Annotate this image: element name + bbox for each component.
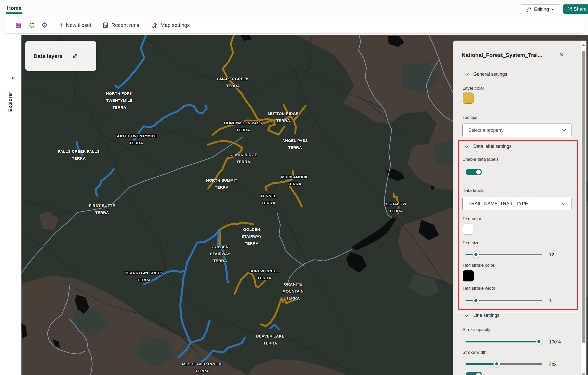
app-window: SMARTY CREEK TERRANORTH FORK TWENTYMILE … (0, 0, 588, 375)
slider-fill (466, 341, 540, 342)
data-label-settings-label: Data label settings (473, 144, 512, 149)
enable-data-labels-label: Enable data labels (462, 157, 499, 162)
text-stroke-width-slider[interactable] (466, 297, 542, 304)
tooltips-placeholder: Select a property (468, 128, 504, 133)
recent-runs-label: Recent runs (111, 22, 139, 28)
toolbar-divider (147, 20, 147, 30)
chevron-down-icon (551, 8, 555, 11)
section-data-label-settings[interactable]: Data label settings (465, 144, 512, 149)
tooltips-label: Tooltips (462, 115, 477, 120)
chevron-down-icon (465, 145, 469, 148)
scrollbar-bottom[interactable] (582, 373, 585, 375)
explorer-rail: » Explorer (0, 35, 21, 375)
share-icon (567, 6, 572, 12)
refresh-button[interactable] (29, 17, 35, 33)
slider-fill (466, 300, 473, 301)
top-bar: Home ⚙ + (0, 0, 588, 35)
panel-title: National_Forest_System_Trai... (462, 52, 560, 58)
map-settings-label: Map settings (160, 22, 190, 28)
toolbar-divider (55, 20, 55, 30)
text-color-swatch[interactable] (463, 224, 474, 235)
trail-line (220, 230, 220, 246)
data-labels-value: TRAIL_NAME, TRAIL_TYPE (468, 201, 528, 206)
layer-settings-panel: National_Forest_System_Trai... ✕ General… (453, 41, 581, 375)
text-stroke-color-label: Text stroke color (462, 263, 494, 268)
map-settings-icon (151, 22, 158, 29)
text-color-label: Text color (462, 216, 481, 221)
stroke-opacity-value: 100% (549, 339, 561, 345)
plus-icon: + (59, 21, 63, 29)
text-stroke-color-swatch[interactable] (463, 270, 474, 281)
slider-thumb[interactable] (473, 297, 479, 304)
data-layers-card[interactable]: Data layers (25, 41, 96, 71)
text-stroke-width-label: Text stroke width (462, 286, 495, 291)
expand-diagonal-icon[interactable] (72, 53, 79, 59)
slider-fill (466, 363, 495, 365)
slider-thumb[interactable] (536, 338, 542, 345)
map-settings-button[interactable]: Map settings (151, 17, 190, 33)
chevrons-right-icon[interactable]: » (11, 74, 15, 81)
text-size-value: 12 (549, 252, 554, 258)
recent-runs-button[interactable]: Recent runs (102, 17, 139, 33)
chevron-down-icon (562, 202, 566, 205)
panel-scrollbar[interactable] (581, 41, 586, 375)
save-icon (15, 22, 22, 28)
toolbar-divider (199, 20, 199, 30)
stroke-width-value: 4px (549, 362, 556, 367)
scrollbar-thumb[interactable] (582, 51, 585, 343)
settings-button[interactable]: ⚙ (41, 17, 48, 33)
scroll-up-arrow-icon[interactable] (582, 44, 585, 46)
share-button[interactable]: Share (563, 4, 588, 14)
editing-label: Editing (534, 6, 549, 12)
stroke-width-slider[interactable] (466, 361, 542, 367)
stroke-opacity-label: Stroke opacity (462, 327, 490, 332)
new-tileset-label: New tileset (66, 22, 91, 28)
highlight-rectangle (458, 140, 578, 310)
section-general-settings[interactable]: General settings (465, 72, 507, 77)
general-settings-label: General settings (473, 72, 507, 77)
tab-home-underline (6, 12, 22, 14)
editing-mode-button[interactable]: Editing (521, 4, 560, 14)
chevron-down-icon (562, 129, 566, 132)
gear-icon: ⚙ (41, 21, 48, 29)
stroke-width-label: Stroke width (462, 350, 487, 355)
partially-visible-toggle[interactable] (466, 372, 482, 375)
data-layers-title: Data layers (34, 53, 63, 59)
new-tileset-button[interactable]: + New tileset (59, 17, 91, 33)
recent-runs-icon (102, 22, 109, 28)
slider-fill (466, 254, 473, 255)
enable-data-labels-toggle[interactable] (466, 169, 482, 175)
layer-color-swatch[interactable] (463, 93, 474, 104)
explorer-label[interactable]: Explorer (7, 92, 13, 112)
data-labels-dropdown[interactable]: TRAIL_NAME, TRAIL_TYPE (462, 197, 571, 210)
text-size-label: Text size (462, 240, 479, 246)
save-button[interactable] (15, 17, 22, 33)
share-label: Share (574, 6, 587, 12)
close-icon[interactable]: ✕ (558, 51, 566, 59)
stroke-opacity-slider[interactable] (466, 338, 542, 345)
text-stroke-width-value: 1 (549, 298, 552, 304)
tooltips-dropdown[interactable]: Select a property (462, 124, 571, 137)
toggle-knob (476, 170, 481, 174)
toolbar: ⚙ + New tileset Recent runs (5, 17, 584, 34)
layer-color-label: Layer color (462, 86, 484, 91)
text-size-slider[interactable] (466, 251, 542, 258)
tab-home[interactable]: Home (7, 5, 21, 11)
line-settings-label: Line settings (473, 313, 499, 318)
data-labels-label: Data labels (462, 188, 484, 193)
pencil-icon (526, 7, 532, 12)
slider-thumb[interactable] (473, 251, 479, 258)
refresh-icon (29, 22, 35, 28)
slider-thumb[interactable] (493, 361, 500, 367)
chevron-down-icon (465, 314, 469, 317)
chevron-down-icon (465, 73, 469, 75)
toggle-knob (476, 373, 481, 375)
section-line-settings[interactable]: Line settings (465, 313, 499, 318)
